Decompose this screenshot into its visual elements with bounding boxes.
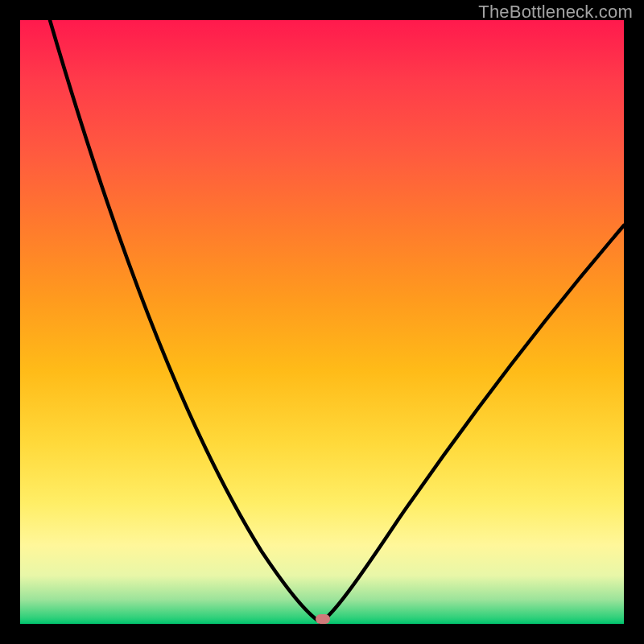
optimal-marker <box>316 614 330 624</box>
plot-area <box>20 20 624 624</box>
chart-frame: TheBottleneck.com <box>0 0 644 644</box>
curve-path <box>50 20 624 622</box>
bottleneck-curve <box>20 20 624 624</box>
